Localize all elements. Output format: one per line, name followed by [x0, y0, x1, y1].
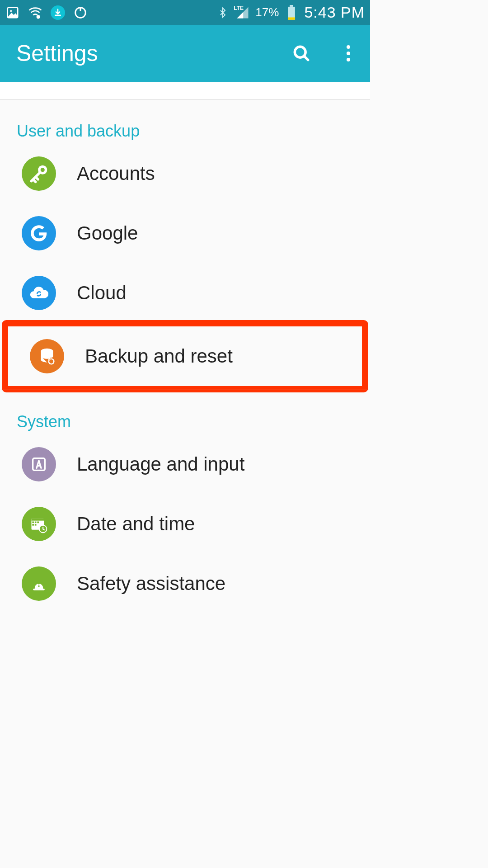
key-icon: [22, 156, 56, 191]
more-vert-icon: [346, 44, 351, 62]
svg-rect-19: [35, 522, 37, 524]
svg-text:?: ?: [38, 15, 39, 19]
lte-label: LTE: [234, 5, 244, 11]
letter-a-icon: [22, 447, 56, 481]
svg-rect-18: [32, 522, 34, 524]
app-bar: Settings: [0, 25, 370, 82]
settings-item-label: Backup and reset: [85, 345, 233, 367]
svg-rect-27: [33, 589, 45, 590]
settings-item-label: Safety assistance: [77, 573, 225, 594]
settings-item-label: Accounts: [77, 163, 155, 184]
signal-icon: LTE: [235, 6, 250, 19]
alert-lamp-icon: [22, 566, 56, 601]
battery-percent: 17%: [255, 5, 279, 19]
power-ring-icon: [73, 5, 88, 20]
svg-rect-7: [288, 17, 296, 19]
battery-icon: [287, 5, 296, 20]
section-header-system: System: [0, 390, 370, 434]
svg-rect-17: [32, 518, 44, 521]
svg-point-9: [347, 45, 350, 49]
clock-text: 5:43 PM: [304, 4, 365, 21]
svg-rect-22: [35, 524, 37, 526]
settings-item-cloud[interactable]: Cloud: [0, 263, 370, 323]
section-header-user-backup: User and backup: [0, 99, 370, 144]
settings-item-label: Google: [77, 222, 138, 244]
tab-strip-placeholder: [0, 82, 370, 99]
overflow-menu-button[interactable]: [338, 42, 359, 64]
google-icon: [22, 216, 56, 250]
settings-item-date-time[interactable]: Date and time: [0, 494, 370, 554]
svg-rect-5: [290, 5, 293, 7]
highlight-box: Backup and reset: [2, 320, 368, 392]
status-bar: ? LTE 17% 5:43 PM: [0, 0, 370, 25]
wifi-question-icon: ?: [28, 5, 42, 20]
settings-item-safety-assistance[interactable]: Safety assistance: [0, 554, 370, 613]
settings-item-language-input[interactable]: Language and input: [0, 434, 370, 494]
svg-point-1: [10, 10, 12, 12]
settings-item-label: Language and input: [77, 453, 244, 475]
settings-item-accounts[interactable]: Accounts: [0, 144, 370, 203]
download-circle-icon: [51, 5, 65, 20]
calendar-clock-icon: [22, 507, 56, 541]
svg-rect-20: [37, 522, 39, 524]
settings-item-backup-reset[interactable]: Backup and reset: [8, 326, 362, 386]
svg-rect-21: [32, 524, 34, 526]
bluetooth-icon: [216, 5, 230, 20]
svg-rect-25: [38, 581, 40, 585]
settings-item-google[interactable]: Google: [0, 203, 370, 263]
database-reset-icon: [30, 339, 64, 373]
page-title: Settings: [16, 40, 98, 66]
settings-item-label: Date and time: [77, 513, 195, 535]
svg-point-10: [347, 52, 350, 55]
svg-point-26: [38, 585, 40, 587]
gallery-icon: [5, 5, 20, 20]
cloud-sync-icon: [22, 276, 56, 310]
settings-item-label: Cloud: [77, 282, 127, 304]
search-button[interactable]: [291, 42, 312, 64]
search-icon: [291, 43, 311, 63]
svg-point-11: [347, 58, 350, 61]
